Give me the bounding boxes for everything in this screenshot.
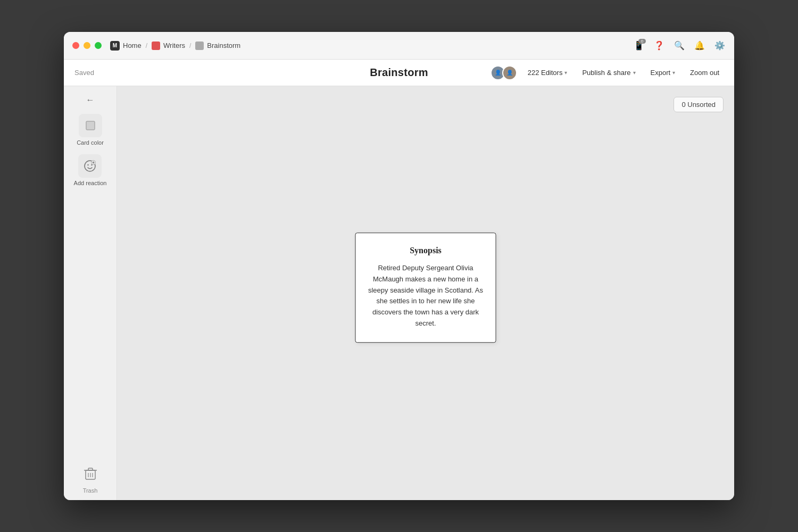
close-button[interactable] bbox=[72, 42, 79, 49]
trash-icon bbox=[79, 462, 102, 485]
avatars: 👤 👤 bbox=[491, 65, 517, 80]
phone-badge: 0 bbox=[638, 39, 646, 44]
traffic-lights bbox=[72, 42, 102, 49]
breadcrumb: M Home / Writers / Brainstorm bbox=[110, 41, 240, 51]
help-icon[interactable]: ❓ bbox=[653, 40, 665, 52]
home-icon: M bbox=[110, 41, 120, 51]
doc-header-right: 👤 👤 222 Editors ▾ Publish & share ▾ Expo… bbox=[491, 65, 724, 80]
card-title: Synopsis bbox=[368, 246, 484, 255]
main-content: ← Card color bbox=[64, 86, 734, 500]
publish-chevron: ▾ bbox=[633, 70, 636, 76]
svg-point-2 bbox=[88, 164, 89, 165]
svg-rect-0 bbox=[86, 121, 95, 130]
zoom-out-button[interactable]: Zoom out bbox=[686, 66, 724, 79]
fullscreen-button[interactable] bbox=[95, 42, 102, 49]
titlebar-right: 📱 0 ❓ 🔍 🔔 ⚙️ bbox=[633, 40, 726, 52]
svg-rect-9 bbox=[88, 468, 93, 470]
doc-header: Saved Brainstorm 👤 👤 222 Editors ▾ Publi… bbox=[64, 60, 734, 86]
minimize-button[interactable] bbox=[84, 42, 90, 49]
unsorted-button[interactable]: 0 Unsorted bbox=[674, 97, 724, 112]
breadcrumb-sep-1: / bbox=[146, 42, 147, 49]
publish-share-button[interactable]: Publish & share ▾ bbox=[578, 66, 639, 79]
canvas: 0 Unsorted Synopsis Retired Deputy Serge… bbox=[117, 86, 734, 500]
add-reaction-tool[interactable]: Add reaction bbox=[74, 154, 107, 186]
phone-icon[interactable]: 📱 0 bbox=[633, 40, 645, 52]
breadcrumb-brainstorm[interactable]: Brainstorm bbox=[195, 41, 240, 50]
saved-label: Saved bbox=[74, 69, 94, 77]
trash-label: Trash bbox=[83, 487, 98, 494]
editors-button[interactable]: 222 Editors ▾ bbox=[523, 66, 572, 79]
search-icon[interactable]: 🔍 bbox=[674, 40, 685, 52]
add-reaction-label: Add reaction bbox=[74, 180, 107, 186]
card-color-tool[interactable]: Card color bbox=[77, 114, 104, 146]
card-color-label: Card color bbox=[77, 139, 104, 146]
add-reaction-icon bbox=[78, 154, 102, 178]
doc-title: Brainstorm bbox=[370, 66, 428, 79]
left-sidebar: ← Card color bbox=[64, 86, 117, 500]
title-bar: M Home / Writers / Brainstorm 📱 0 ❓ 🔍 🔔 … bbox=[64, 32, 734, 60]
back-button[interactable]: ← bbox=[81, 93, 100, 107]
settings-icon[interactable]: ⚙️ bbox=[714, 40, 726, 52]
notification-icon[interactable]: 🔔 bbox=[694, 40, 705, 52]
writers-icon bbox=[152, 41, 160, 50]
breadcrumb-home[interactable]: M Home bbox=[110, 41, 142, 51]
breadcrumb-sep-2: / bbox=[189, 42, 191, 49]
breadcrumb-writers[interactable]: Writers bbox=[152, 41, 185, 50]
brainstorm-icon bbox=[195, 41, 204, 50]
card-color-icon bbox=[79, 114, 102, 137]
editors-chevron: ▾ bbox=[564, 70, 567, 76]
synopsis-card[interactable]: Synopsis Retired Deputy Sergeant Olivia … bbox=[355, 232, 496, 343]
trash-tool[interactable]: Trash bbox=[79, 462, 102, 494]
avatar-2: 👤 bbox=[502, 65, 517, 80]
breadcrumb-home-label[interactable]: Home bbox=[123, 41, 142, 49]
breadcrumb-writers-label[interactable]: Writers bbox=[163, 41, 185, 49]
export-chevron: ▾ bbox=[672, 70, 675, 76]
export-button[interactable]: Export ▾ bbox=[646, 66, 680, 79]
breadcrumb-brainstorm-label[interactable]: Brainstorm bbox=[207, 41, 240, 49]
card-body: Retired Deputy Sergeant Olivia McMaugh m… bbox=[368, 263, 484, 329]
